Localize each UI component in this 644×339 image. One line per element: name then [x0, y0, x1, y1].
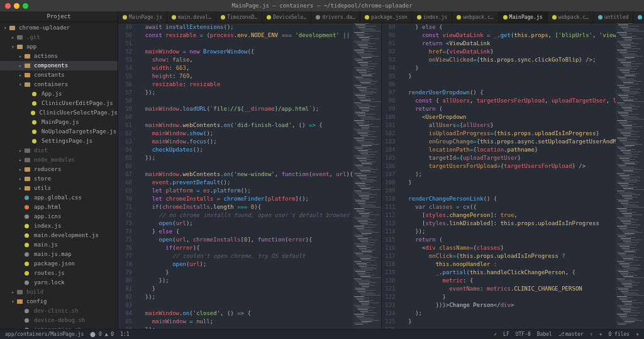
code-line[interactable]: checkUpdates(); [138, 146, 353, 154]
code-line[interactable] [138, 40, 353, 48]
code-line[interactable]: resizable: resizable [138, 81, 353, 89]
code-content[interactable]: } else { const viewDataLink = _.get(this… [399, 23, 616, 329]
file-item[interactable]: App.js [0, 89, 118, 99]
editor-tab[interactable]: MainPage.js [499, 11, 548, 23]
code-line[interactable]: mainWindow = new BrowserWindow({ [138, 48, 353, 56]
file-item[interactable]: main.js.map [0, 250, 118, 259]
code-line[interactable]: let chromeInstalls = chromeFinder[platfo… [138, 195, 353, 203]
minimap[interactable] [353, 23, 381, 329]
code-line[interactable]: width: 663, [138, 64, 353, 72]
code-line[interactable]: this.noopHandler : [402, 260, 616, 269]
code-line[interactable]: mainWindow.on('closed', () => { [138, 309, 353, 318]
code-line[interactable]: return ( [402, 236, 616, 244]
code-line[interactable]: if(chromeInstalls.length === 0){ [138, 203, 353, 211]
code-line[interactable]: <div className={classes} [402, 244, 616, 252]
editor-tab[interactable]: index.js [413, 11, 453, 23]
code-line[interactable]: mainWindow.focus(); [138, 138, 353, 146]
code-content[interactable]: await installExtensions(); const resizab… [136, 23, 353, 329]
code-line[interactable] [138, 113, 353, 121]
code-line[interactable]: } [402, 179, 616, 187]
code-line[interactable]: open(url); [138, 220, 353, 228]
file-item[interactable]: SettingsPage.js [0, 136, 118, 146]
folder-item[interactable]: ▸components [0, 61, 118, 70]
editor-tab[interactable]: webpack.c… [452, 11, 498, 23]
editor-tab[interactable]: package.json [360, 11, 413, 23]
file-item[interactable]: dev-clinic.sh [0, 306, 118, 316]
code-line[interactable] [402, 81, 616, 89]
code-line[interactable]: })}>Change Person</div> [402, 301, 616, 309]
code-line[interactable]: } else { [402, 23, 616, 31]
code-line[interactable]: mainWindow.show(); [138, 130, 353, 138]
code-line[interactable]: show: false, [138, 56, 353, 64]
folder-item[interactable]: ▸dist [0, 146, 118, 155]
editor-tab[interactable]: MainPage.js [118, 11, 167, 23]
git-branch[interactable]: ⎇ master [558, 331, 584, 337]
code-line[interactable]: let platform = os.platform(); [138, 187, 353, 195]
code-line[interactable]: [styles.linkDisabled]: this.props.upload… [402, 220, 616, 228]
file-item[interactable]: main.js [0, 240, 118, 250]
editor-tab[interactable]: untitled [594, 11, 634, 23]
grammar[interactable]: Babel [537, 331, 552, 337]
file-item[interactable]: routes.js [0, 269, 118, 278]
code-line[interactable]: mainWindow.webContents.on('did-finish-lo… [138, 121, 353, 130]
code-line[interactable]: renderUserDropdown() { [402, 89, 616, 97]
code-line[interactable]: } [402, 72, 616, 81]
code-line[interactable]: [styles.changePerson]: true, [402, 211, 616, 220]
code-line[interactable]: mainWindow = null; [138, 318, 353, 326]
code-line[interactable]: locationPath={location.pathname} [402, 146, 616, 154]
code-line[interactable]: // couldn't open chrome, try OS default [138, 252, 353, 260]
code-line[interactable]: mainWindow.webContents.on('new-window', … [138, 170, 353, 179]
code-line[interactable]: } [402, 318, 616, 326]
file-item[interactable]: MainPage.js [0, 118, 118, 127]
code-line[interactable]: var classes = cx({ [402, 203, 616, 211]
code-line[interactable]: }); [138, 154, 353, 162]
code-line[interactable]: } [402, 64, 616, 72]
code-line[interactable]: } [138, 269, 353, 277]
file-item[interactable]: NoUploadTargetsPage.js [0, 127, 118, 136]
code-line[interactable]: open(url, chromeInstalls[0], function(er… [138, 236, 353, 244]
code-line[interactable] [138, 97, 353, 105]
code-line[interactable]: renderChangePersonLink() { [402, 195, 616, 203]
code-line[interactable]: eventName: metrics.CLINIC_CHANGE_PERSON [402, 285, 616, 293]
folder-item[interactable]: ▸actions [0, 52, 118, 61]
code-line[interactable]: if(error){ [138, 244, 353, 252]
code-line[interactable]: return ( [402, 105, 616, 113]
editor-tab[interactable]: webpack.c… [548, 11, 594, 23]
code-line[interactable]: }); [138, 277, 353, 285]
code-line[interactable] [138, 162, 353, 170]
folder-item[interactable]: ▸node_modules [0, 155, 118, 165]
file-tree[interactable]: ▾chrome-uploader▸.git▾app▸actions▸compon… [0, 22, 118, 329]
share-icon[interactable]: ✶ [636, 331, 639, 337]
code-line[interactable]: onGroupChange={this.props.async.setUploa… [402, 138, 616, 146]
file-item[interactable]: app.global.css [0, 193, 118, 203]
code-line[interactable] [138, 301, 353, 309]
code-line[interactable]: return <ViewDataLink [402, 40, 616, 48]
editor-tab[interactable]: main.devel… [167, 11, 216, 23]
maximize-window-button[interactable] [23, 3, 28, 9]
folder-item[interactable]: ▾app [0, 42, 118, 52]
code-line[interactable]: open(url); [138, 260, 353, 269]
code-line[interactable]: const { allUsers, targetUsersForUpload, … [402, 97, 616, 105]
diagnostics[interactable]: ⬤ 0 ▲ 0 [90, 331, 114, 337]
folder-item[interactable]: ▸build [0, 287, 118, 297]
cursor-position[interactable]: 1:1 [120, 331, 129, 337]
code-line[interactable]: ); [402, 309, 616, 318]
git-changes[interactable]: 0 files [608, 331, 630, 337]
folder-item[interactable]: ▸reducers [0, 165, 118, 174]
code-line[interactable]: } else { [138, 228, 353, 236]
code-line[interactable]: }); [402, 228, 616, 236]
file-item[interactable]: app.icns [0, 212, 118, 221]
code-line[interactable]: event.preventDefault(); [138, 179, 353, 187]
folder-item[interactable]: ▸utils [0, 184, 118, 193]
git-push-status[interactable]: ⇡ [590, 331, 593, 337]
code-line[interactable]: const resizable = (process.env.NODE_ENV … [138, 31, 353, 40]
code-line[interactable]: }); [138, 293, 353, 301]
close-window-button[interactable] [5, 3, 11, 9]
code-line[interactable]: href={viewDataLink} [402, 48, 616, 56]
code-line[interactable]: <UserDropdown [402, 113, 616, 121]
git-add-icon[interactable]: + [599, 331, 602, 337]
code-line[interactable]: isUploadInProgress={this.props.uploadIsI… [402, 130, 616, 138]
file-item[interactable]: ClinicUserEditPage.js [0, 99, 118, 108]
code-line[interactable] [402, 187, 616, 195]
file-item[interactable]: ClinicUserSelectPage.js [0, 108, 118, 118]
